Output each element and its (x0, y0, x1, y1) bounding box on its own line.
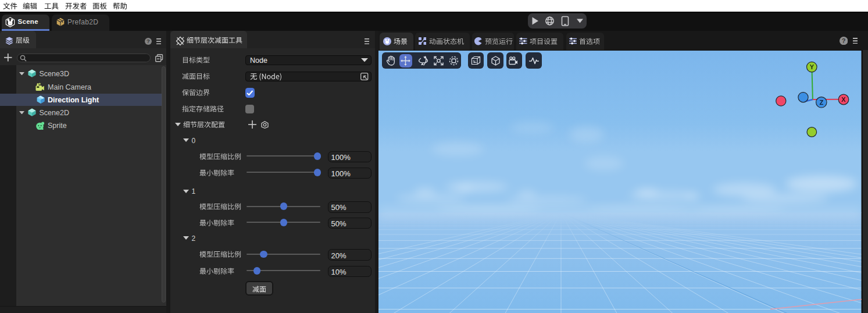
svg-text:?: ? (841, 37, 845, 44)
svg-text:Z: Z (819, 98, 823, 105)
svg-text:Y: Y (810, 63, 815, 70)
svg-text:X: X (841, 96, 846, 103)
svg-text:?: ? (147, 38, 150, 44)
